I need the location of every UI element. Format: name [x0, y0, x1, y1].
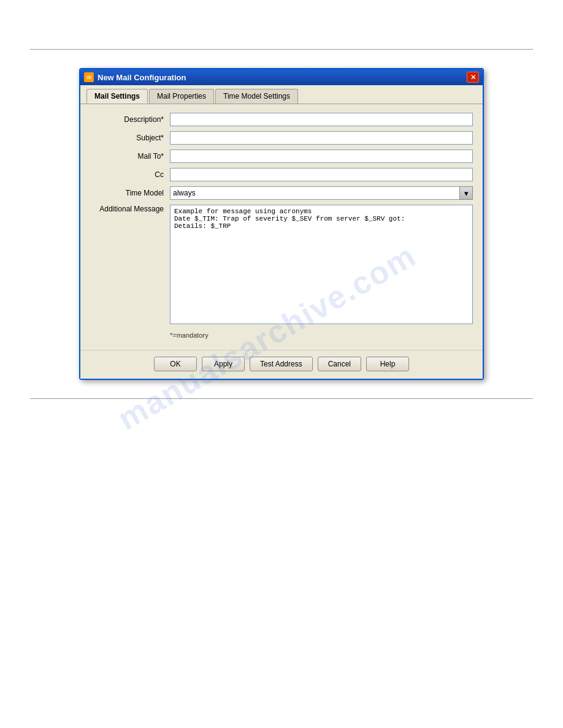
time-model-select[interactable]: always business hours off hours [170, 186, 473, 200]
description-label: Description* [90, 115, 170, 124]
content-area: Description* Subject* Mail To* Cc Time M… [80, 104, 483, 350]
ok-button[interactable]: OK [154, 357, 197, 371]
bottom-divider [30, 398, 533, 399]
tab-time-model-settings[interactable]: Time Model Settings [215, 89, 298, 104]
dialog-window: ✉ New Mail Configuration ✕ Mail Settings… [79, 68, 484, 380]
mandatory-note-row: *=mandatory [90, 329, 473, 339]
subject-row: Subject* [90, 131, 473, 145]
mail-to-row: Mail To* [90, 150, 473, 163]
page-container: ✉ New Mail Configuration ✕ Mail Settings… [0, 0, 563, 728]
button-row: OK Apply Test Address Cancel Help [80, 350, 483, 379]
apply-button[interactable]: Apply [202, 357, 245, 371]
time-model-label: Time Model [90, 189, 170, 197]
title-bar: ✉ New Mail Configuration ✕ [80, 69, 483, 85]
close-button[interactable]: ✕ [467, 72, 479, 83]
cc-label: Cc [90, 170, 170, 179]
mail-to-input[interactable] [170, 150, 473, 163]
time-model-row: Time Model always business hours off hou… [90, 186, 473, 200]
test-address-button[interactable]: Test Address [250, 357, 313, 371]
title-bar-left: ✉ New Mail Configuration [84, 72, 186, 82]
description-input[interactable] [170, 113, 473, 126]
additional-message-label: Additional Message [90, 205, 170, 213]
subject-input[interactable] [170, 131, 473, 145]
dialog-title: New Mail Configuration [98, 73, 186, 82]
mandatory-note: *=mandatory [170, 332, 209, 339]
additional-message-textarea[interactable]: Example for message using acronyms Date … [170, 205, 473, 324]
tabs-area: Mail Settings Mail Properties Time Model… [80, 85, 483, 104]
mail-icon: ✉ [84, 72, 94, 82]
help-button[interactable]: Help [366, 357, 409, 371]
tab-mail-properties[interactable]: Mail Properties [149, 89, 214, 104]
subject-label: Subject* [90, 134, 170, 142]
mail-to-label: Mail To* [90, 152, 170, 161]
time-model-select-wrapper: always business hours off hours ▾ [170, 186, 473, 200]
top-divider [30, 49, 533, 50]
tab-mail-settings[interactable]: Mail Settings [86, 89, 148, 104]
cc-row: Cc [90, 168, 473, 181]
additional-message-row: Additional Message Example for message u… [90, 205, 473, 324]
cc-input[interactable] [170, 168, 473, 181]
description-row: Description* [90, 113, 473, 126]
cancel-button[interactable]: Cancel [318, 357, 361, 371]
